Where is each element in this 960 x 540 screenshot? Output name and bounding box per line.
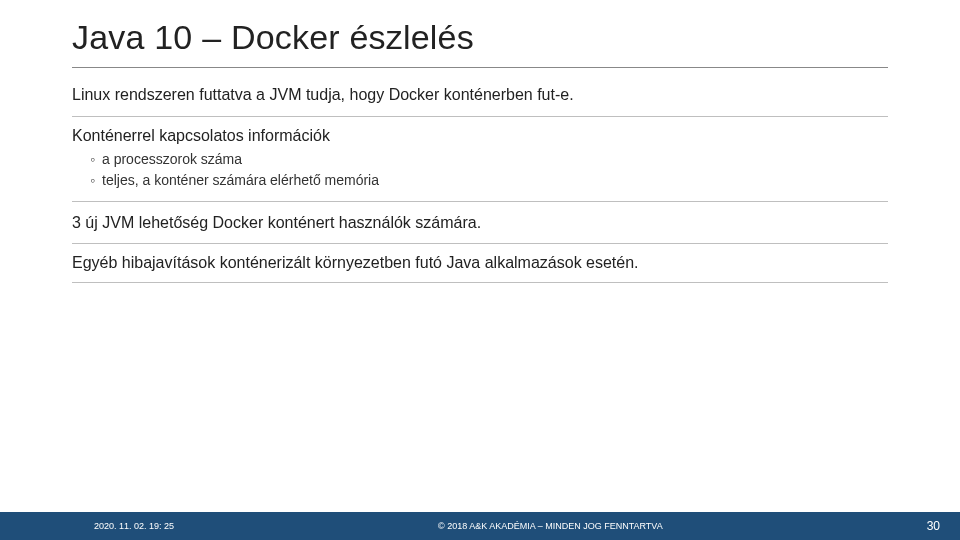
list-item: teljes, a konténer számára elérhető memó… — [90, 170, 888, 191]
paragraph-1: Linux rendszeren futtatva a JVM tudja, h… — [72, 84, 888, 117]
bullet-list: a processzorok száma teljes, a konténer … — [72, 149, 888, 191]
slide-content: Java 10 – Docker észlelés Linux rendszer… — [0, 0, 960, 540]
paragraph-3: 3 új JVM lehetőség Docker konténert hasz… — [72, 212, 888, 245]
footer-copyright: © 2018 A&K AKADÉMIA – MINDEN JOG FENNTAR… — [174, 521, 927, 531]
slide: Java 10 – Docker észlelés Linux rendszer… — [0, 0, 960, 540]
paragraph-2-heading: Konténerrel kapcsolatos információk — [72, 127, 888, 145]
paragraph-2-block: Konténerrel kapcsolatos információk a pr… — [72, 127, 888, 202]
footer-timestamp: 2020. 11. 02. 19: 25 — [14, 521, 174, 531]
footer-page-number: 30 — [927, 519, 946, 533]
list-item: a processzorok száma — [90, 149, 888, 170]
footer-bar: 2020. 11. 02. 19: 25 © 2018 A&K AKADÉMIA… — [0, 512, 960, 540]
slide-title: Java 10 – Docker észlelés — [72, 18, 888, 68]
paragraph-4: Egyéb hibajavítások konténerizált környe… — [72, 254, 888, 283]
